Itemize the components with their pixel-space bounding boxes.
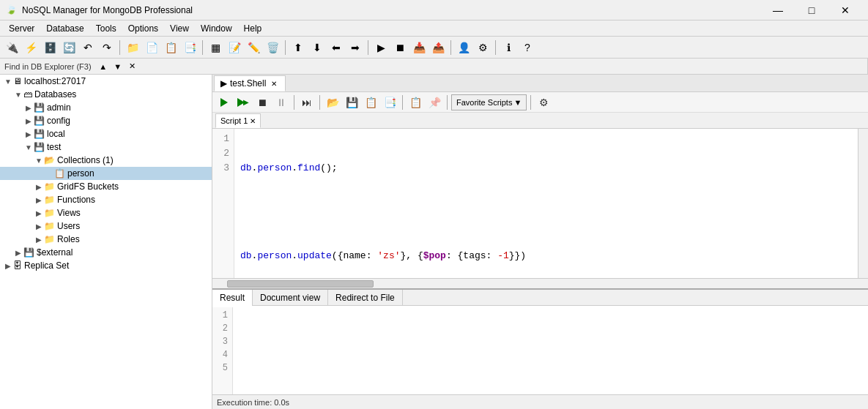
toolbar-btn-14[interactable]: 🗑️	[264, 39, 281, 56]
sidebar-item-person[interactable]: 📋 person	[0, 167, 212, 180]
toolbar-btn-11[interactable]: ▦	[207, 39, 224, 56]
toolbar-btn-18[interactable]: ➡	[346, 39, 364, 56]
toolbar-btn-9[interactable]: 📋	[162, 39, 179, 56]
script-tab-1[interactable]: Script 1 ✕	[215, 113, 261, 128]
sidebar-item-views[interactable]: ▶ 📁 Views	[0, 206, 212, 219]
r-line-num-3: 3	[217, 335, 228, 348]
menu-database[interactable]: Database	[40, 22, 89, 35]
maximize-button[interactable]: □	[795, 0, 828, 20]
toolbar-btn-4[interactable]: 🔄	[60, 39, 78, 56]
result-tab-docview[interactable]: Document view	[253, 290, 328, 306]
users-icon: 📁	[44, 221, 55, 231]
expand-arrow-users: ▶	[34, 222, 44, 230]
close-button[interactable]: ✕	[828, 0, 862, 20]
r-line-num-1: 1	[217, 309, 228, 322]
sidebar-item-local[interactable]: ▶ 💾 local	[0, 127, 212, 140]
sidebar-item-collections[interactable]: ▼ 📂 Collections (1)	[0, 154, 212, 167]
tab-close-button[interactable]: ✕	[269, 78, 279, 89]
collections-icon: 📂	[44, 155, 55, 165]
toolbar-btn-12[interactable]: 📝	[226, 39, 243, 56]
toolbar-btn-13[interactable]: ✏️	[245, 39, 262, 56]
sidebar-item-test[interactable]: ▼ 💾 test	[0, 140, 212, 154]
gear-script-button[interactable]: ⚙	[535, 94, 552, 111]
expand-arrow-config: ▶	[23, 117, 34, 125]
roles-label: Roles	[57, 234, 80, 244]
toolbar-btn-10[interactable]: 📑	[181, 39, 199, 56]
result-tab-redirect[interactable]: Redirect to File	[328, 290, 403, 306]
save-as-button[interactable]: 📋	[362, 94, 379, 111]
line-num-1: 1	[217, 132, 229, 146]
menu-help[interactable]: Help	[238, 22, 268, 35]
expand-arrow-admin: ▶	[23, 104, 34, 112]
menu-view[interactable]: View	[164, 22, 195, 35]
sidebar-item-roles[interactable]: ▶ 📁 Roles	[0, 233, 212, 246]
save-file-button[interactable]: 💾	[343, 94, 360, 111]
toolbar-btn-2[interactable]: ⚡	[22, 39, 40, 56]
favorite-scripts-button[interactable]: Favorite Scripts ▼	[451, 94, 527, 110]
menu-tools[interactable]: Tools	[90, 22, 122, 35]
toolbar-btn-7[interactable]: 📁	[124, 39, 141, 56]
db-icon-local: 💾	[34, 129, 45, 139]
toolbar-btn-21[interactable]: 📥	[410, 39, 428, 56]
run-button[interactable]	[215, 94, 233, 111]
sidebar-item-admin[interactable]: ▶ 💾 admin	[0, 101, 212, 114]
sidebar-item-databases[interactable]: ▼ 🗃 Databases	[0, 88, 212, 101]
toolbar-btn-20[interactable]: ⏹	[391, 39, 409, 56]
pause-button[interactable]: ⏸	[272, 94, 290, 111]
expand-arrow-gridfs: ▶	[34, 183, 44, 191]
toolbar-btn-3[interactable]: 🗄️	[41, 39, 59, 56]
open-file-button[interactable]: 📂	[324, 94, 341, 111]
sidebar-item-replicaset[interactable]: ▶ 🗄 Replica Set	[0, 259, 212, 272]
toolbar-btn-8[interactable]: 📄	[143, 39, 160, 56]
result-tab-result[interactable]: Result	[212, 290, 253, 306]
r-line-num-5: 5	[217, 361, 228, 375]
editor-area[interactable]: 1 2 3 db.person.find(); db.person.update…	[212, 129, 868, 278]
toolbar-btn-6[interactable]: ↷	[98, 39, 116, 56]
h-scroll-thumb[interactable]	[227, 280, 374, 288]
sidebar-item-localhost[interactable]: ▼ 🖥 localhost:27017	[0, 75, 212, 88]
toolbar-btn-1[interactable]: 🔌	[3, 39, 21, 56]
toolbar-btn-5[interactable]: ↶	[79, 39, 97, 56]
save-all-button[interactable]: 📑	[381, 94, 398, 111]
sidebar-item-functions[interactable]: ▶ 📁 Functions	[0, 193, 212, 206]
toolbar-btn-24[interactable]: ⚙	[474, 39, 492, 56]
paste-script-button[interactable]: 📌	[426, 94, 443, 111]
line-numbers: 1 2 3	[212, 129, 234, 278]
minimize-button[interactable]: —	[761, 0, 795, 20]
find-close-button[interactable]: ✕	[125, 59, 140, 74]
find-down-button[interactable]: ▼	[111, 59, 125, 74]
docview-tab-label: Document view	[260, 293, 320, 303]
v-scrollbar[interactable]	[858, 129, 868, 278]
sidebar-item-users[interactable]: ▶ 📁 Users	[0, 219, 212, 233]
toolbar-btn-16[interactable]: ⬇	[308, 39, 326, 56]
result-content[interactable]: 1 2 3 4 5 e" : "js", "price" : 88 }, { "…	[212, 306, 868, 394]
menu-server[interactable]: Server	[3, 22, 40, 35]
toolbar-btn-23[interactable]: 👤	[455, 39, 472, 56]
app-icon: 🍃	[6, 4, 18, 16]
toolbar-btn-19[interactable]: ▶	[372, 39, 390, 56]
copy-script-button[interactable]: 📋	[407, 94, 424, 111]
tab-shell[interactable]: ▶ test.Shell ✕	[214, 75, 286, 91]
collections-label: Collections (1)	[57, 155, 114, 165]
toolbar-btn-15[interactable]: ⬆	[289, 39, 307, 56]
sidebar-item-gridfs[interactable]: ▶ 📁 GridFS Buckets	[0, 180, 212, 193]
code-line-3: db.person.update({name: 'zs'}, {$pop: {t…	[240, 249, 862, 263]
network-icon: 🔌	[6, 42, 18, 53]
toolbar-btn-22[interactable]: 📤	[429, 39, 447, 56]
window-controls: — □ ✕	[761, 0, 862, 20]
sidebar-item-external[interactable]: ▶ 💾 $external	[0, 246, 212, 259]
menu-window[interactable]: Window	[195, 22, 238, 35]
sidebar-item-config[interactable]: ▶ 💾 config	[0, 114, 212, 127]
toolbar-btn-26[interactable]: ?	[519, 39, 536, 56]
toolbar-btn-17[interactable]: ⬅	[327, 39, 345, 56]
users-label: Users	[57, 221, 80, 231]
step-button[interactable]: ⏭	[298, 94, 316, 111]
find-up-button[interactable]: ▲	[96, 59, 111, 74]
editor-h-scroll[interactable]	[212, 278, 868, 288]
grid-icon: ▦	[211, 42, 220, 53]
run-selected-button[interactable]: ▶	[234, 94, 252, 111]
toolbar-btn-25[interactable]: ℹ	[500, 39, 517, 56]
menu-options[interactable]: Options	[122, 22, 164, 35]
script-tab-close[interactable]: ✕	[250, 117, 256, 125]
stop-script-button[interactable]: ⏹	[253, 94, 271, 111]
